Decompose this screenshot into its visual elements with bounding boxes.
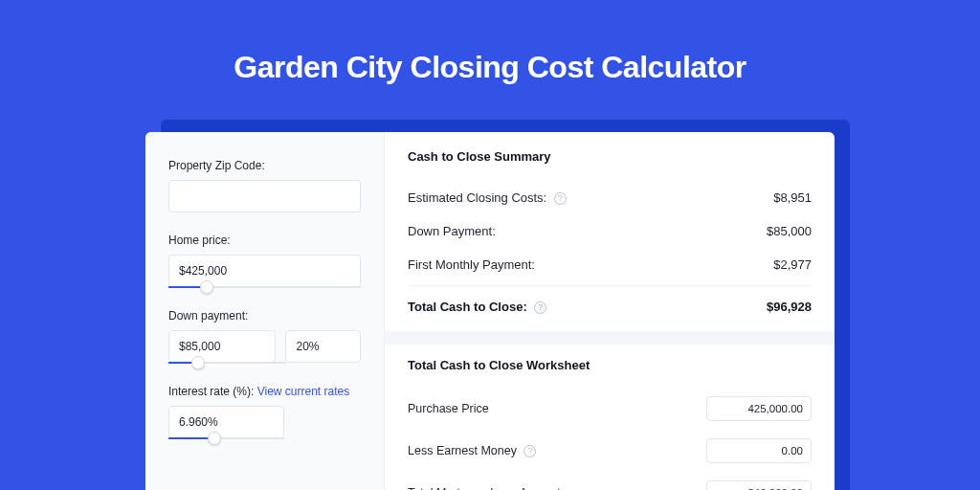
slider-thumb[interactable] [191,356,205,369]
page-title: Garden City Closing Cost Calculator [0,0,980,85]
down-payment-label: Down payment: [168,309,361,323]
zip-input[interactable] [168,180,361,212]
worksheet-input-mortgage-loan[interactable] [706,480,812,490]
help-icon[interactable]: ? [534,301,546,314]
home-price-field-group: Home price: [168,234,361,288]
help-icon[interactable]: ? [523,445,536,457]
summary-label: First Monthly Payment: [408,257,535,272]
calculator-card: Property Zip Code: Home price: Down paym… [145,132,835,490]
slider-thumb[interactable] [208,432,221,445]
interest-rate-label-row: Interest rate (%): View current rates [168,385,361,398]
worksheet-row-earnest-money: Less Earnest Money ? [408,430,812,472]
section-divider [385,331,835,345]
home-price-slider[interactable] [168,286,361,288]
summary-row-closing-costs: Estimated Closing Costs: ? $8,951 [408,181,812,214]
home-price-label: Home price: [168,234,361,247]
help-icon[interactable]: ? [554,192,567,205]
summary-value: $8,951 [773,190,812,205]
down-payment-pct-input[interactable] [285,330,361,363]
interest-rate-field-group: Interest rate (%): View current rates [168,385,361,439]
summary-label: Estimated Closing Costs: ? [408,190,567,205]
summary-label: Down Payment: [408,224,496,238]
summary-value: $2,977 [773,257,812,272]
worksheet-row-purchase-price: Purchase Price [408,388,812,430]
view-rates-link[interactable]: View current rates [257,385,350,398]
worksheet-title: Total Cash to Close Worksheet [408,358,812,372]
down-payment-field-group: Down payment: [168,309,361,364]
summary-total-value: $96,928 [767,300,812,314]
worksheet-input-earnest-money[interactable] [706,438,812,463]
interest-rate-slider[interactable] [168,437,284,439]
summary-row-total: Total Cash to Close: ? $96,928 [408,285,812,323]
worksheet-row-mortgage-loan: Total Mortgage Loan Amount [408,472,812,490]
summary-row-down-payment: Down Payment: $85,000 [408,214,812,248]
worksheet-label: Purchase Price [408,402,489,415]
worksheet-label: Total Mortgage Loan Amount [408,486,561,490]
results-column: Cash to Close Summary Estimated Closing … [385,132,835,490]
interest-rate-input[interactable] [168,406,284,438]
slider-thumb[interactable] [200,280,213,294]
summary-title: Cash to Close Summary [408,149,812,164]
interest-rate-label: Interest rate (%): [168,385,254,398]
zip-label: Property Zip Code: [168,159,361,172]
down-payment-input[interactable] [168,330,276,363]
summary-row-first-payment: First Monthly Payment: $2,977 [408,248,812,281]
summary-total-label: Total Cash to Close: ? [408,300,546,314]
input-column: Property Zip Code: Home price: Down paym… [145,132,385,490]
zip-field-group: Property Zip Code: [168,159,361,212]
worksheet-label: Less Earnest Money ? [408,444,536,457]
home-price-input[interactable] [168,255,361,287]
worksheet-input-purchase-price[interactable] [706,396,812,421]
down-payment-slider[interactable] [168,362,286,364]
summary-value: $85,000 [767,224,812,238]
